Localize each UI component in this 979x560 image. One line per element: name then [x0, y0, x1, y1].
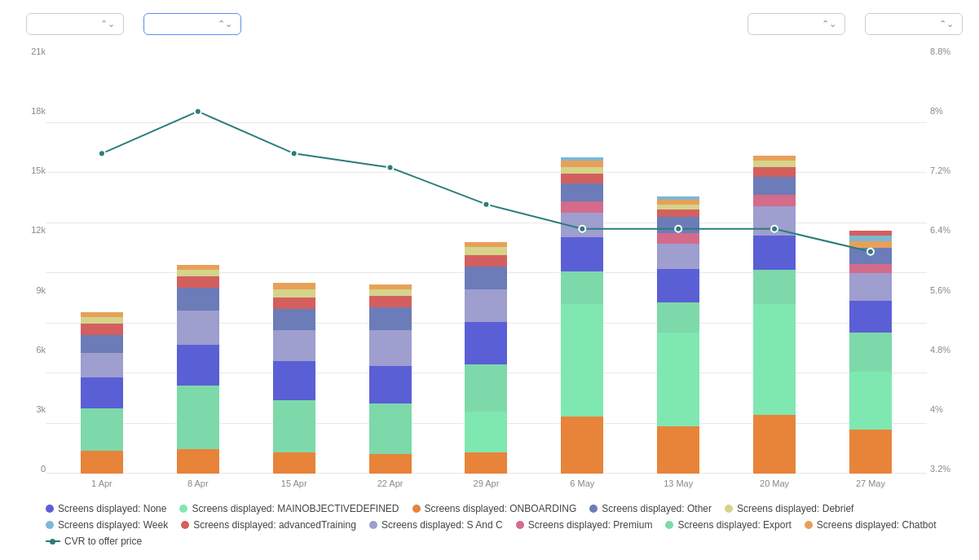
bar-segment: [273, 289, 315, 298]
bar-segment: [849, 333, 892, 372]
bar-segment: [81, 353, 123, 377]
bar-segment: [657, 244, 699, 269]
split-by-select[interactable]: ⌃⌄: [865, 13, 963, 35]
bar-segment: [465, 247, 507, 255]
legend-color-dot: [46, 521, 54, 529]
chart-area: 21k18k15k12k9k6k3k0 1 Apr8 Apr15 Apr22 A…: [16, 45, 963, 496]
bar-stack: [273, 283, 315, 474]
y-axis-left-label: 15k: [31, 165, 46, 175]
legend-color-dot: [805, 521, 813, 529]
bar-segment: [849, 248, 892, 264]
bar-segment: [177, 345, 219, 386]
bar-segment: [177, 270, 219, 276]
bar-segment: [561, 213, 603, 237]
y-axis-right-label: 7.2%: [930, 165, 950, 175]
bar-segment: [177, 386, 219, 449]
legend-label: CVR to offer price: [64, 536, 142, 547]
bar-segment: [369, 296, 412, 307]
bar-group: [273, 283, 315, 474]
x-axis-label: 1 Apr: [81, 478, 123, 488]
bar-segment: [81, 324, 123, 335]
secondary-select[interactable]: ⌃⌄: [747, 13, 845, 35]
x-axis-label: 8 Apr: [177, 478, 219, 488]
bar-group: [177, 265, 219, 474]
bar-segment: [561, 271, 603, 304]
bar-segment: [561, 304, 603, 417]
y-axis-left-label: 9k: [36, 285, 46, 295]
bar-segment: [657, 269, 699, 302]
legend-item: Screens displayed: Premium: [516, 519, 653, 531]
y-axis-right-label: 8%: [930, 106, 943, 116]
bar-segment: [753, 304, 796, 415]
bar-stack: [369, 284, 412, 474]
bar-segment: [465, 289, 507, 322]
bar-segment: [561, 183, 603, 201]
legend-item: Screens displayed: MAINOBJECTIVEDEFINED: [179, 503, 399, 514]
bar-group: [657, 196, 699, 474]
bar-segment: [465, 255, 507, 267]
bar-segment: [753, 415, 796, 474]
split-by-chevron-icon: ⌃⌄: [939, 19, 954, 29]
bar-segment: [273, 361, 315, 400]
x-axis-label: 20 May: [753, 478, 796, 488]
legend-color-dot: [181, 521, 189, 529]
y-axis-right-label: 4%: [930, 404, 943, 414]
bar-segment: [273, 309, 315, 330]
bar-segment: [657, 302, 699, 333]
y-axis-right-label: 5.6%: [930, 285, 950, 295]
chart-inner: 1 Apr8 Apr15 Apr22 Apr29 Apr6 May13 May2…: [46, 45, 927, 496]
bar-group: [849, 231, 892, 474]
grouped-by-select[interactable]: ⌃⌄: [143, 13, 241, 35]
bar-segment: [657, 333, 699, 426]
bar-segment: [849, 372, 892, 430]
legend-label: Screens displayed: Premium: [528, 519, 653, 531]
bar-group: [81, 312, 123, 474]
y-axis-left-label: 21k: [31, 46, 46, 56]
legend-color-dot: [179, 505, 187, 513]
y-axis-right-label: 4.8%: [930, 345, 950, 355]
bar-segment: [849, 236, 892, 241]
primary-select[interactable]: ⌃⌄: [26, 13, 124, 35]
bar-segment: [753, 236, 796, 270]
legend-label: Screens displayed: Chatbot: [817, 519, 937, 531]
bars-container: [46, 45, 927, 474]
bar-group: [465, 242, 507, 474]
bar-segment: [849, 301, 892, 333]
y-axis-right-label: 6.4%: [930, 225, 950, 235]
bar-segment: [849, 430, 892, 474]
bar-segment: [81, 335, 123, 353]
bar-group: [753, 156, 796, 474]
legend-line-icon: [46, 540, 60, 542]
y-axis-left-label: 12k: [31, 225, 46, 235]
x-axis-label: 27 May: [849, 478, 892, 488]
bar-segment: [273, 400, 315, 452]
legend-item: Screens displayed: Export: [665, 519, 791, 531]
bar-segment: [177, 449, 219, 474]
legend-item: CVR to offer price: [46, 536, 142, 547]
bar-segment: [81, 451, 123, 474]
x-axis: 1 Apr8 Apr15 Apr22 Apr29 Apr6 May13 May2…: [46, 474, 927, 496]
x-axis-label: 6 May: [561, 478, 603, 488]
legend-item: Screens displayed: Other: [589, 503, 712, 514]
bar-segment: [177, 288, 219, 311]
legend-item: Screens displayed: ONBOARDING: [412, 503, 577, 514]
legend-label: Screens displayed: advancedTraining: [193, 519, 356, 531]
legend-item: Screens displayed: None: [46, 503, 166, 514]
bar-segment: [753, 195, 796, 206]
bar-segment: [273, 298, 315, 309]
bar-segment: [81, 317, 123, 324]
legend-color-dot: [369, 521, 377, 529]
bar-segment: [369, 454, 412, 474]
bar-segment: [369, 289, 412, 296]
bar-stack: [753, 156, 796, 474]
bar-segment: [657, 233, 699, 245]
bar-segment: [849, 241, 892, 247]
grouped-by-chevron-icon: ⌃⌄: [218, 19, 232, 29]
y-axis-left: 21k18k15k12k9k6k3k0: [16, 45, 46, 496]
legend-color-dot: [725, 505, 733, 513]
legend-label: Screens displayed: Debrief: [737, 503, 853, 514]
x-axis-label: 13 May: [657, 478, 699, 488]
bar-stack: [561, 157, 603, 474]
bar-segment: [561, 417, 603, 474]
y-axis-right-label: 3.2%: [930, 464, 950, 474]
